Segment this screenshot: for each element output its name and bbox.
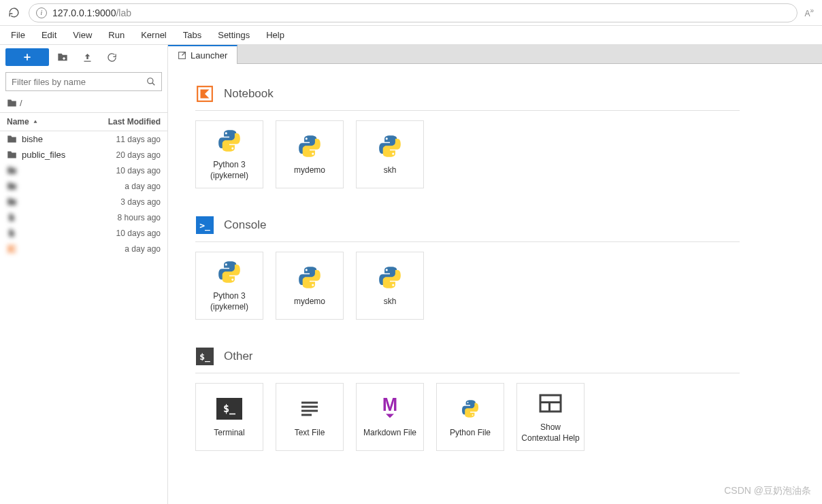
header-modified-col[interactable]: Last Modified [108,117,161,127]
reload-icon [8,7,20,18]
card-label: Python 3 (ipykernel) [200,291,259,312]
breadcrumb-path: / [20,98,22,108]
menu-view[interactable]: View [65,27,100,43]
section-title: Console [224,218,266,232]
filter-box [5,72,162,91]
launcher-section-console: >_ Console Python 3 (ipykernel) mydemo s… [195,216,740,320]
file-modified: 11 days ago [116,135,161,144]
browser-bar: i 127.0.0.1:9000/lab A» [0,0,822,26]
launcher-card[interactable]: Show Contextual Help [516,383,585,451]
content-area: Launcher Notebook Python 3 (ipykernel) m… [168,45,822,504]
file-browser-sidebar: / Name Last Modified bishe 11 days ago p… [0,45,168,504]
tab-launcher[interactable]: Launcher [168,45,237,64]
card-label: mydemo [294,297,325,307]
file-type-icon [7,181,19,191]
svg-point-8 [306,138,308,140]
python-icon [376,264,404,291]
file-name [19,243,125,254]
svg-point-23 [467,402,468,403]
menu-kernel[interactable]: Kernel [133,27,175,43]
search-icon [146,77,156,86]
svg-point-24 [472,414,473,416]
launcher-card[interactable]: mydemo [276,120,344,188]
tab-bar: Launcher [168,45,822,64]
markdown-icon: M [376,395,404,422]
filter-input[interactable] [12,77,146,87]
file-row[interactable]: 3 days ago [0,194,167,209]
main-area: / Name Last Modified bishe 11 days ago p… [0,45,822,504]
launcher-card[interactable]: mydemo [276,252,344,320]
new-folder-button[interactable] [52,48,73,66]
launcher-card[interactable]: Text File [276,383,344,451]
file-row[interactable]: bishe 11 days ago [0,131,167,147]
svg-point-17 [392,284,394,286]
svg-rect-20 [301,410,318,412]
launcher-card[interactable]: skh [356,120,424,188]
svg-text:M: M [382,397,398,415]
cards: Python 3 (ipykernel) mydemo skh [195,252,740,320]
refresh-button[interactable] [101,48,122,66]
menu-run[interactable]: Run [100,27,133,43]
url-text: 127.0.0.1:9000/lab [52,7,131,18]
file-browser-toolbar [0,45,167,69]
menu-settings[interactable]: Settings [210,27,258,43]
launcher-card[interactable]: $_ Terminal [195,383,263,451]
svg-point-9 [312,153,314,155]
menu-bar: FileEditViewRunKernelTabsSettingsHelp [0,26,822,45]
launcher-card[interactable]: skh [356,252,424,320]
file-type-icon [7,212,19,222]
file-row[interactable]: a day ago [0,178,167,194]
launcher-card[interactable]: Python 3 (ipykernel) [195,252,263,320]
new-launcher-button[interactable] [5,48,49,66]
card-label: Markdown File [363,428,416,439]
menu-file[interactable]: File [3,27,33,43]
console-section-icon: >_ [195,216,214,235]
launcher-section-other: $_ Other $_ Terminal Text FileM Markdown… [195,347,740,451]
file-type-icon [7,228,19,238]
sort-asc-icon [32,118,39,125]
header-name-col[interactable]: Name [7,117,108,127]
file-row[interactable]: a day ago [0,241,167,256]
python-icon [216,258,243,286]
upload-button[interactable] [76,48,98,66]
menu-help[interactable]: Help [258,27,293,43]
launcher-card[interactable]: Python File [436,383,504,451]
file-modified: a day ago [125,182,161,191]
svg-rect-19 [301,406,318,408]
file-modified: 10 days ago [116,229,161,238]
other-section-icon: $_ [195,347,214,366]
folder-icon [7,98,17,108]
tab-label: Launcher [191,50,227,61]
file-modified: 10 days ago [116,166,161,175]
cards: $_ Terminal Text FileM Markdown File Pyt… [195,383,740,451]
file-row[interactable]: 10 days ago [0,225,167,241]
breadcrumb[interactable]: / [0,94,167,113]
svg-point-7 [231,148,233,150]
file-row[interactable]: 10 days ago [0,163,167,178]
section-head: >_ Console [195,216,740,242]
svg-point-12 [225,264,227,266]
address-bar[interactable]: i 127.0.0.1:9000/lab [29,3,798,22]
menu-tabs[interactable]: Tabs [175,27,210,43]
launcher-card[interactable]: Python 3 (ipykernel) [195,120,263,188]
python-icon [376,133,404,160]
file-name [19,197,120,207]
launcher-card[interactable]: M Markdown File [356,383,424,451]
reload-button[interactable] [5,5,22,21]
file-name: bishe [19,134,116,144]
file-modified: 8 hours ago [118,213,161,222]
python-icon [216,127,243,154]
file-row[interactable]: 8 hours ago [0,209,167,225]
launcher-tab-icon [178,51,186,60]
section-head: Notebook [195,84,740,111]
section-head: $_ Other [195,347,740,373]
menu-edit[interactable]: Edit [33,27,65,43]
file-name: public_files [19,150,116,160]
refresh-icon [107,52,117,63]
file-name [19,165,116,175]
file-row[interactable]: public_files 20 days ago [0,147,167,163]
file-modified: 20 days ago [116,150,161,160]
card-label: Text File [295,428,325,439]
file-modified: 3 days ago [120,197,161,207]
svg-point-10 [386,138,388,140]
